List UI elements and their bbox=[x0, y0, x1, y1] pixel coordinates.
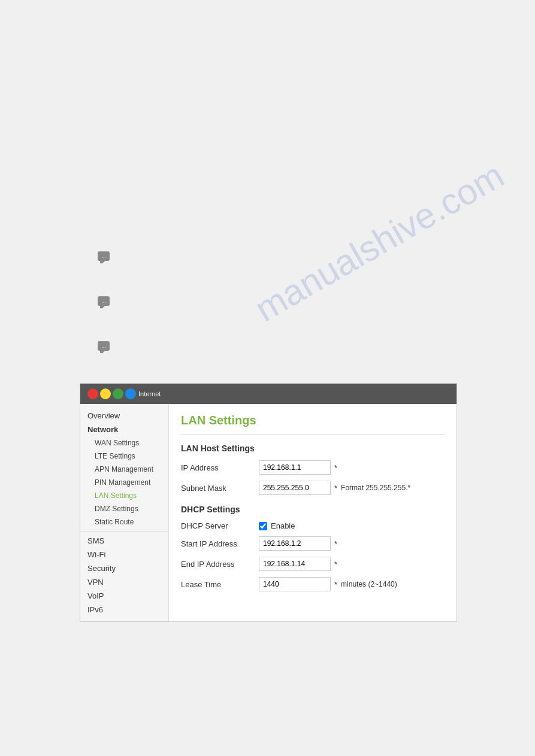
sidebar-item-wan-settings[interactable]: WAN Settings bbox=[80, 436, 168, 450]
chat-bubble-2: ... bbox=[98, 296, 110, 306]
sidebar-item-security[interactable]: Security bbox=[80, 561, 168, 575]
lease-time-label: Lease Time bbox=[181, 580, 259, 589]
dhcp-section-title: DHCP Settings bbox=[181, 505, 445, 514]
ip-address-required: * bbox=[334, 463, 337, 472]
sidebar-item-ipv6[interactable]: IPv6 bbox=[80, 603, 168, 617]
sidebar: Overview Network WAN Settings LTE Settin… bbox=[80, 404, 169, 621]
lease-time-input[interactable] bbox=[259, 577, 331, 591]
sidebar-item-sms[interactable]: SMS bbox=[80, 534, 168, 548]
dhcp-enable-text: Enable bbox=[271, 521, 295, 530]
router-header: Internet bbox=[80, 384, 457, 404]
end-ip-label: End IP Address bbox=[181, 560, 259, 569]
sidebar-item-pin-management[interactable]: PIN Management bbox=[80, 476, 168, 489]
page-wrapper: manualshive.com ... ... ... Internet bbox=[0, 0, 535, 756]
logo-circles bbox=[87, 388, 136, 399]
sidebar-divider-1 bbox=[80, 531, 168, 532]
content-area: LAN Settings LAN Host Settings IP Addres… bbox=[169, 404, 457, 621]
sidebar-item-static-route[interactable]: Static Route bbox=[80, 515, 168, 529]
sidebar-item-lte-settings[interactable]: LTE Settings bbox=[80, 450, 168, 463]
subnet-mask-input[interactable] bbox=[259, 481, 331, 495]
logo-circle-green bbox=[113, 388, 123, 399]
dhcp-section: DHCP Settings DHCP Server Enable Start I… bbox=[181, 505, 445, 591]
subnet-mask-row: Subnet Mask * Format 255.255.255.* bbox=[181, 481, 445, 495]
title-divider bbox=[181, 435, 445, 435]
logo-container: Internet bbox=[87, 388, 161, 399]
lan-host-section-title: LAN Host Settings bbox=[181, 444, 445, 453]
router-body: Overview Network WAN Settings LTE Settin… bbox=[80, 404, 457, 621]
chat-bubble-3: ... bbox=[98, 341, 110, 351]
watermark: manualshive.com bbox=[248, 154, 511, 330]
logo-circle-blue bbox=[125, 388, 136, 399]
sidebar-item-vpn[interactable]: VPN bbox=[80, 575, 168, 589]
sidebar-item-wifi[interactable]: Wi-Fi bbox=[80, 548, 168, 561]
start-ip-row: Start IP Address * bbox=[181, 536, 445, 551]
end-ip-row: End IP Address * bbox=[181, 557, 445, 571]
start-ip-required: * bbox=[334, 539, 337, 548]
page-title: LAN Settings bbox=[181, 414, 445, 427]
top-area: manualshive.com ... ... ... bbox=[0, 0, 535, 383]
logo-text: Internet bbox=[138, 390, 161, 397]
start-ip-input[interactable] bbox=[259, 536, 331, 551]
dhcp-server-row: DHCP Server Enable bbox=[181, 521, 445, 530]
chat-bubble-1: ... bbox=[98, 251, 110, 261]
sidebar-item-voip[interactable]: VoIP bbox=[80, 589, 168, 603]
logo-circle-red bbox=[87, 388, 98, 399]
ip-address-input[interactable] bbox=[259, 460, 331, 475]
lease-time-required: * bbox=[334, 580, 337, 589]
logo-circle-yellow bbox=[100, 388, 111, 399]
subnet-mask-hint: Format 255.255.255.* bbox=[341, 484, 410, 492]
dhcp-server-label: DHCP Server bbox=[181, 521, 259, 530]
lease-time-row: Lease Time * minutes (2~1440) bbox=[181, 577, 445, 591]
sidebar-item-apn-management[interactable]: APN Management bbox=[80, 463, 168, 476]
sidebar-item-network[interactable]: Network bbox=[80, 423, 168, 436]
dhcp-enable-label: Enable bbox=[259, 521, 295, 530]
router-ui: Internet Overview Network WAN Settings L… bbox=[80, 383, 457, 622]
subnet-mask-required: * bbox=[334, 484, 337, 493]
sidebar-item-overview[interactable]: Overview bbox=[80, 409, 168, 423]
lease-time-hint: minutes (2~1440) bbox=[341, 580, 397, 588]
end-ip-required: * bbox=[334, 560, 337, 569]
start-ip-label: Start IP Address bbox=[181, 539, 259, 548]
sidebar-item-dmz-settings[interactable]: DMZ Settings bbox=[80, 502, 168, 515]
end-ip-input[interactable] bbox=[259, 557, 331, 571]
subnet-mask-label: Subnet Mask bbox=[181, 484, 259, 493]
sidebar-item-lan-settings[interactable]: LAN Settings bbox=[80, 489, 168, 502]
ip-address-row: IP Address * bbox=[181, 460, 445, 475]
ip-address-label: IP Address bbox=[181, 463, 259, 472]
dhcp-enable-checkbox[interactable] bbox=[259, 522, 267, 530]
